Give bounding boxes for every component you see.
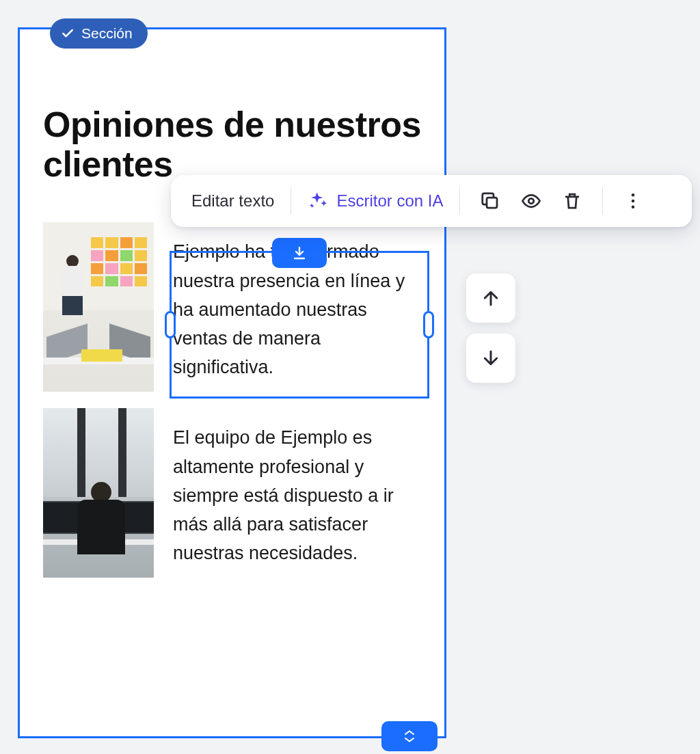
section-badge-label: Sección — [81, 25, 133, 42]
floating-toolbar: Editar texto Escritor con IA — [171, 175, 692, 227]
more-vertical-icon — [623, 191, 643, 211]
section-badge[interactable]: Sección — [50, 18, 148, 49]
testimonial-image[interactable] — [43, 222, 154, 392]
insert-above-button[interactable] — [272, 238, 327, 268]
resize-handle-left[interactable] — [165, 311, 176, 338]
edit-text-button[interactable]: Editar texto — [186, 185, 280, 217]
move-down-button[interactable] — [466, 334, 515, 383]
toolbar-divider — [459, 187, 460, 215]
testimonial-row: Ejemplo ha transformado nuestra presenci… — [43, 222, 424, 392]
toolbar-divider — [602, 187, 603, 215]
eye-icon — [521, 191, 541, 211]
section-resize-handle[interactable] — [381, 721, 438, 751]
ai-writer-label: Escritor con IA — [336, 191, 443, 211]
chevron-down-icon — [403, 736, 416, 743]
chevron-up-icon — [403, 729, 416, 736]
testimonial-image[interactable] — [43, 408, 154, 578]
duplicate-button[interactable] — [471, 182, 509, 220]
svg-point-4 — [632, 206, 635, 209]
arrow-down-icon — [481, 348, 501, 368]
section-title[interactable]: Opiniones de nuestros clientes — [43, 105, 424, 184]
download-icon — [291, 245, 308, 261]
svg-point-1 — [529, 198, 535, 204]
testimonial-text[interactable]: El equipo de Ejemplo es altamente profes… — [173, 408, 424, 567]
check-icon — [61, 27, 75, 40]
arrow-up-icon — [481, 288, 501, 308]
more-options-button[interactable] — [614, 182, 652, 220]
sparkles-icon — [308, 191, 328, 211]
section-frame[interactable]: Sección Opiniones de nuestros clientes E… — [18, 27, 446, 738]
svg-point-3 — [632, 200, 635, 203]
toolbar-divider — [291, 187, 291, 215]
resize-handle-right[interactable] — [423, 311, 434, 338]
visibility-button[interactable] — [512, 182, 550, 220]
reorder-controls — [466, 273, 515, 383]
delete-button[interactable] — [553, 182, 591, 220]
trash-icon — [562, 191, 582, 211]
ai-writer-button[interactable]: Escritor con IA — [302, 184, 448, 218]
section-content: Opiniones de nuestros clientes Ejemplo h… — [20, 29, 444, 621]
svg-rect-0 — [487, 198, 497, 208]
copy-icon — [480, 191, 500, 211]
svg-point-2 — [632, 193, 635, 197]
move-up-button[interactable] — [466, 273, 515, 323]
testimonial-row: El equipo de Ejemplo es altamente profes… — [43, 408, 424, 578]
